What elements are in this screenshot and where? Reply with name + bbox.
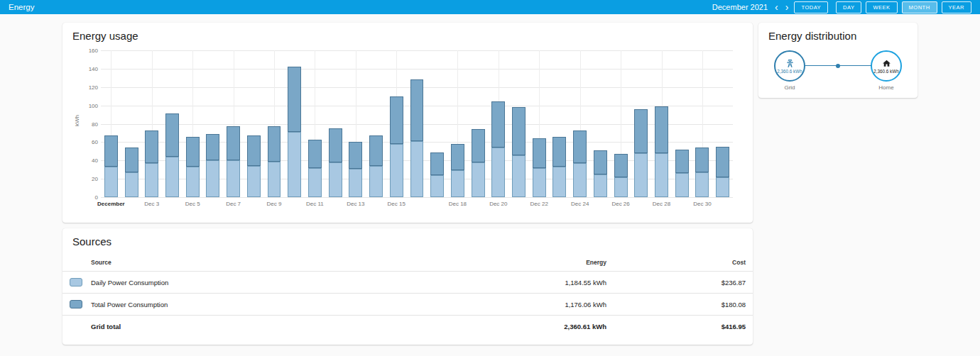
bar-segment[interactable]: [104, 135, 118, 167]
source-name: Total Power Consumption: [91, 301, 443, 308]
bar-segment[interactable]: [410, 79, 424, 141]
bar-segment[interactable]: [227, 160, 240, 197]
bar-segment[interactable]: [349, 142, 362, 169]
y-tick-label: 60: [77, 139, 98, 145]
bar-segment[interactable]: [390, 144, 403, 197]
bar-segment[interactable]: [430, 152, 444, 175]
bar-segment[interactable]: [268, 162, 281, 197]
bar-segment[interactable]: [552, 167, 566, 197]
flow-line: [805, 65, 871, 66]
y-tick-label: 120: [77, 84, 98, 91]
bar-segment[interactable]: [206, 134, 219, 161]
bar-segment[interactable]: [675, 150, 689, 174]
period-label: December 2021: [712, 3, 768, 11]
bar-segment[interactable]: [329, 128, 342, 162]
bar-segment[interactable]: [695, 172, 709, 197]
bar-segment[interactable]: [614, 177, 628, 197]
sources-card-title: Sources: [72, 235, 743, 247]
prev-period-button[interactable]: ‹: [773, 2, 780, 12]
source-cost: $180.08: [606, 301, 746, 308]
bar-segment[interactable]: [491, 101, 505, 148]
energy-usage-card: Energy usage kWh 020406080100120140160De…: [62, 23, 753, 223]
x-tick-label: Dec 5: [171, 201, 214, 207]
bar-segment[interactable]: [512, 107, 526, 155]
bar-segment[interactable]: [533, 138, 546, 167]
x-tick-label: Dec 20: [477, 201, 520, 207]
bar-segment[interactable]: [573, 163, 587, 197]
bar-segment[interactable]: [247, 135, 261, 166]
bar-segment[interactable]: [349, 169, 362, 197]
bar-segment[interactable]: [206, 160, 219, 197]
month-button[interactable]: MONTH: [902, 1, 937, 13]
bar-segment[interactable]: [512, 155, 526, 198]
bar-segment[interactable]: [125, 148, 138, 172]
bar-segment[interactable]: [594, 174, 607, 197]
day-button[interactable]: DAY: [836, 1, 861, 13]
bar-segment[interactable]: [390, 96, 403, 144]
bar-segment[interactable]: [430, 175, 444, 197]
home-value: 2,360.6 kWh: [873, 69, 898, 74]
bar-segment[interactable]: [186, 167, 200, 197]
bar-segment[interactable]: [451, 144, 464, 171]
bar-segment[interactable]: [614, 154, 628, 177]
grid-value: 2,360.6 kWh: [777, 69, 802, 74]
bar-segment[interactable]: [472, 129, 485, 162]
home-node: 2,360.6 kWh Home: [868, 50, 905, 91]
bar-segment[interactable]: [552, 137, 566, 167]
today-button[interactable]: TODAY: [794, 1, 828, 13]
total-name: Grid total: [91, 323, 443, 330]
bar-segment[interactable]: [104, 167, 118, 197]
x-tick-label: Dec 7: [212, 201, 255, 207]
bar-segment[interactable]: [165, 113, 179, 157]
bar-segment[interactable]: [716, 147, 729, 177]
energy-distribution-card: Energy distribution 2,360.6 kWh Grid 2,3…: [758, 23, 918, 98]
chart-plot-area[interactable]: [101, 50, 733, 197]
bar-segment[interactable]: [369, 166, 383, 197]
energy-flow-diagram: 2,360.6 kWh Grid 2,360.6 kWh Home: [768, 50, 908, 91]
y-tick-label: 40: [77, 157, 98, 164]
bar-segment[interactable]: [491, 148, 505, 197]
bar-segment[interactable]: [329, 162, 342, 197]
bar-segment[interactable]: [227, 126, 240, 160]
bar-segment[interactable]: [369, 135, 383, 166]
week-button[interactable]: WEEK: [866, 1, 897, 13]
bar-segment[interactable]: [634, 109, 648, 153]
sources-card: Sources Source Energy Cost Daily Power C…: [62, 228, 753, 345]
x-tick-label: Dec 24: [559, 201, 601, 207]
bar-segment[interactable]: [186, 137, 200, 167]
bar-segment[interactable]: [308, 168, 322, 197]
bar-segment[interactable]: [634, 153, 648, 197]
bar-segment[interactable]: [675, 173, 689, 197]
next-period-button[interactable]: ›: [784, 2, 790, 12]
usage-card-title: Energy usage: [72, 30, 743, 42]
bar-segment[interactable]: [695, 148, 709, 172]
bar-segment[interactable]: [145, 163, 158, 197]
bar-segment[interactable]: [451, 170, 464, 197]
x-tick-label: Dec 28: [641, 201, 683, 207]
bar-segment[interactable]: [288, 132, 301, 197]
bar-segment[interactable]: [247, 166, 261, 197]
bar-segment[interactable]: [288, 67, 301, 132]
bar-segment[interactable]: [410, 141, 424, 197]
grid-label: Grid: [784, 84, 795, 91]
series-swatch-daily: [70, 278, 82, 287]
bar-segment[interactable]: [655, 153, 668, 197]
bar-segment[interactable]: [594, 150, 607, 174]
x-tick-label: Dec 9: [253, 201, 295, 207]
year-button[interactable]: YEAR: [942, 1, 971, 13]
bar-segment[interactable]: [308, 140, 322, 168]
bar-segment[interactable]: [268, 126, 281, 161]
bar-segment[interactable]: [472, 162, 485, 197]
bar-segment[interactable]: [573, 130, 587, 164]
y-tick-label: 0: [77, 194, 98, 201]
bar-segment[interactable]: [716, 177, 729, 197]
bar-segment[interactable]: [125, 172, 138, 197]
bar-segment[interactable]: [533, 168, 546, 197]
y-tick-label: 20: [77, 176, 98, 182]
bar-segment[interactable]: [165, 157, 179, 197]
x-tick-label: Dec 30: [681, 201, 724, 207]
col-energy: Energy: [443, 259, 606, 266]
bar-segment[interactable]: [655, 106, 668, 153]
bar-segment[interactable]: [145, 130, 158, 164]
home-label: Home: [878, 84, 893, 91]
